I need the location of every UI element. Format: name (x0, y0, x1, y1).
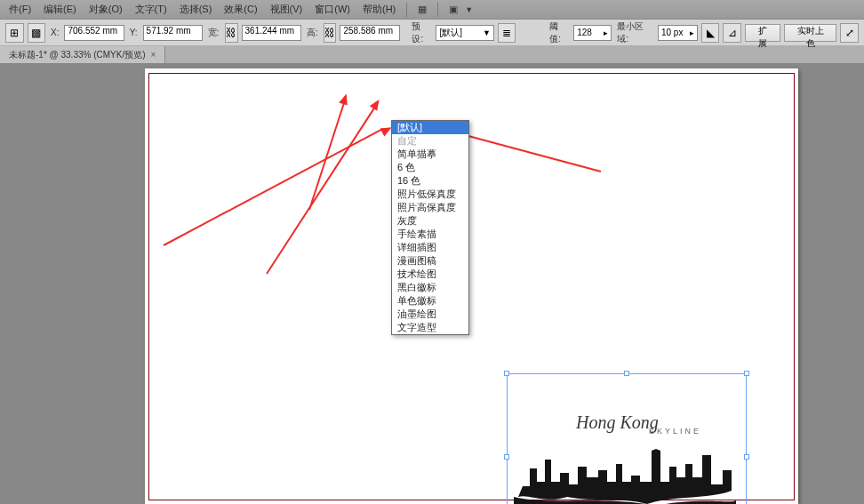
minarea-label: 最小区域: (615, 20, 654, 45)
preset-dropdown: [默认] 自定 简单描摹 6 色 16 色 照片低保真度 照片高保真度 灰度 手… (391, 120, 469, 335)
threshold-label: 阈值: (548, 20, 570, 45)
menu-text[interactable]: 文字(T) (130, 1, 172, 18)
threshold-input[interactable]: 128 ▸ (573, 25, 612, 41)
resize-handle[interactable] (504, 371, 509, 376)
menu-edit[interactable]: 编辑(E) (38, 1, 82, 18)
trace-icon-1[interactable]: ◣ (701, 23, 720, 43)
preset-label: 预设: (410, 20, 432, 45)
dropdown-item[interactable]: 技术绘图 (392, 268, 468, 281)
stepper-icon: ▸ (604, 28, 608, 37)
dropdown-item[interactable]: 单色徽标 (392, 294, 468, 308)
y-label: Y: (128, 28, 140, 37)
link-icon-2[interactable]: ⛓ (324, 23, 337, 43)
menu-file[interactable]: 件(F) (4, 1, 36, 18)
preset-select[interactable]: [默认] ▼ (436, 25, 493, 41)
dropdown-item[interactable]: 黑白徽标 (392, 281, 468, 294)
dropdown-item[interactable]: 文字造型 (392, 321, 468, 334)
resize-handle[interactable] (744, 371, 749, 376)
chevron-down-icon: ▼ (483, 28, 491, 37)
live-paint-button[interactable]: 实时上色 (784, 24, 836, 42)
menu-select[interactable]: 选择(S) (174, 1, 218, 18)
close-icon[interactable]: × (151, 50, 156, 60)
dropdown-item[interactable]: 油墨绘图 (392, 308, 468, 321)
menu-help[interactable]: 帮助(H) (357, 1, 401, 18)
w-input[interactable]: 361.244 mm (242, 25, 301, 41)
menubar: 件(F) 编辑(E) 对象(O) 文字(T) 选择(S) 效果(C) 视图(V)… (0, 0, 864, 20)
divider (406, 3, 407, 17)
dropdown-item[interactable]: 照片高保真度 (392, 201, 468, 214)
document-tabs: 未标题-1* @ 33.33% (CMYK/预览) × (0, 46, 864, 64)
expand-screen-icon[interactable]: ⤢ (840, 23, 859, 43)
dropdown-item-default[interactable]: [默认] (392, 121, 468, 134)
resize-handle[interactable] (504, 454, 509, 460)
link-icon[interactable]: ⛓ (225, 23, 238, 43)
h-input[interactable]: 258.586 mm (340, 25, 399, 41)
selection-bbox[interactable] (507, 373, 747, 504)
y-input[interactable]: 571.92 mm (143, 25, 203, 41)
layout-icon[interactable]: ▦ (412, 2, 432, 18)
minarea-input[interactable]: 10 px ▸ (658, 25, 698, 41)
document-title: 未标题-1* @ 33.33% (CMYK/预览) (9, 49, 146, 61)
stepper-icon: ▸ (690, 28, 694, 37)
h-label: 高: (305, 27, 320, 39)
dropdown-item[interactable]: 照片低保真度 (392, 188, 468, 201)
dropdown-item-custom: 自定 (392, 134, 468, 148)
canvas[interactable]: [默认] 自定 简单描摹 6 色 16 色 照片低保真度 照片高保真度 灰度 手… (0, 64, 864, 504)
menu-icon[interactable]: ≣ (498, 23, 516, 43)
menu-window[interactable]: 窗口(W) (309, 1, 356, 18)
trace-icon-2[interactable]: ⊿ (723, 23, 741, 43)
dropdown-item[interactable]: 详细插图 (392, 241, 468, 254)
menu-effect[interactable]: 效果(C) (219, 1, 262, 18)
dropdown-item[interactable]: 灰度 (392, 214, 468, 228)
dropdown-item[interactable]: 16 色 (392, 174, 468, 188)
document-tab[interactable]: 未标题-1* @ 33.33% (CMYK/预览) × (0, 46, 165, 63)
divider (437, 3, 438, 17)
screen-icon[interactable]: ▣ (444, 2, 463, 18)
menu-view[interactable]: 视图(V) (265, 1, 308, 18)
dropdown-item[interactable]: 简单描摹 (392, 148, 468, 161)
w-label: 宽: (206, 27, 221, 39)
image-icon[interactable]: ▩ (28, 23, 46, 43)
dropdown-item[interactable]: 手绘素描 (392, 228, 468, 241)
x-label: X: (49, 28, 60, 37)
x-input[interactable]: 706.552 mm (64, 25, 124, 41)
dropdown-icon[interactable]: ▼ (465, 5, 473, 14)
resize-handle[interactable] (624, 371, 629, 376)
dropdown-item[interactable]: 漫画图稿 (392, 254, 468, 268)
menu-object[interactable]: 对象(O) (84, 1, 128, 18)
properties-toolbar: ⊞ ▩ X: 706.552 mm Y: 571.92 mm 宽: ⛓ 361.… (0, 20, 864, 46)
expand-button[interactable]: 扩展 (745, 24, 781, 42)
preset-value: [默认] (439, 27, 462, 39)
dropdown-item[interactable]: 6 色 (392, 161, 468, 174)
resize-handle[interactable] (744, 454, 749, 460)
reference-point-icon[interactable]: ⊞ (5, 23, 24, 43)
